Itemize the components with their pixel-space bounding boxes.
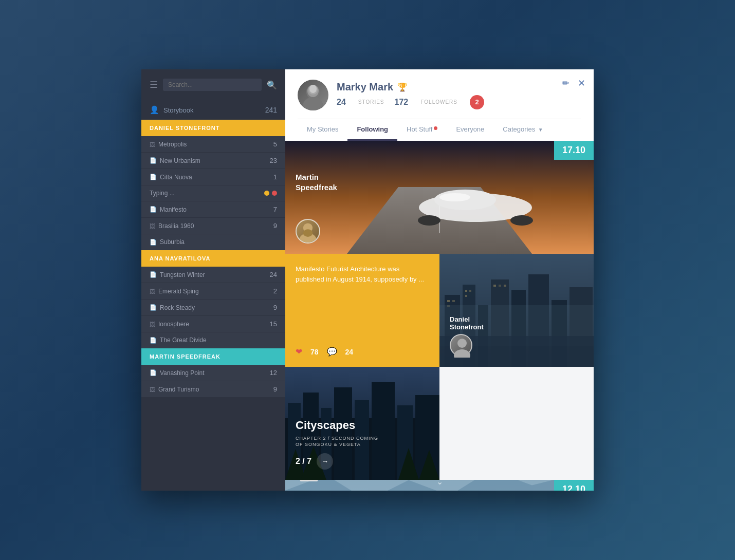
svg-point-37 [454,349,470,358]
photo-icon: 🖼 [150,223,155,229]
doc-icon: 📄 [150,206,157,213]
doc-icon: 📄 [150,174,157,180]
sidebar-header: ☰ 🔍 [141,69,285,100]
comments-count: 24 [345,348,354,356]
photo-icon: 🖼 [150,321,155,327]
photo-icon: 🖼 [150,141,155,147]
dot-yellow [264,191,269,196]
sidebar-item-typing[interactable]: Typing ... [141,185,285,201]
sidebar: ☰ 🔍 👤 Storybook 241 DANIEL STONEFRONT 🖼 … [141,69,285,491]
dot-red [272,191,277,196]
svg-point-4 [309,85,317,93]
card-winter[interactable]: AnnaNavratilova 12.10 ⌄ [285,480,594,491]
tab-categories[interactable]: Categories ▼ [493,119,552,141]
car-date-badge: 17.10 [554,141,594,160]
next-button[interactable]: → [317,453,333,470]
hot-stuff-dot [434,126,437,130]
card-yellow-text: Manifesto Futurist Architecture was publ… [296,264,429,341]
svg-point-11 [510,215,533,226]
sidebar-item-citta-nuova[interactable]: 📄 Citta Nuova 1 [141,169,285,185]
sidebar-item-metropolis[interactable]: 🖼 Metropolis 5 [141,136,285,153]
message-badge[interactable]: 2 [470,95,484,109]
svg-point-1 [303,97,323,110]
storybook-label: Storybook [163,106,265,114]
tab-hot-stuff[interactable]: Hot Stuff [397,119,447,141]
sidebar-item-new-urbanism[interactable]: 📄 New Urbanism 23 [141,153,285,169]
sidebar-item-manifesto[interactable]: 📄 Manifesto 7 [141,201,285,218]
comment-icon: 💬 [327,347,337,357]
cityscapes-fraction: 2 / 7 [296,457,311,466]
tab-following[interactable]: Following [347,119,397,141]
winter-author-avatar [296,480,320,480]
city-author-avatar [450,334,472,357]
search-icon[interactable]: 🔍 [267,80,277,90]
card-cityscapes[interactable]: Cityscapes CHAPTER 2 / SECOND COMINGOF S… [285,367,439,480]
sidebar-item-rock-steady[interactable]: 📄 Rock Steady 9 [141,300,285,316]
doc-icon: 📄 [150,337,157,344]
city-author-name: DanielStonefront [450,315,484,331]
storybook-count: 241 [265,106,277,114]
profile-info: Marky Mark 🏆 24 STORIES 172 FOLLOWERS 2 [337,81,581,109]
card-stats: ❤ 78 💬 24 [296,347,429,357]
card-arrow [432,303,439,318]
doc-icon: 📄 [150,239,157,246]
profile-header: Marky Mark 🏆 24 STORIES 172 FOLLOWERS 2 … [285,69,594,141]
section-header-daniel: DANIEL STONEFRONT [141,120,285,136]
photo-icon: 🖼 [150,386,155,393]
svg-point-10 [418,215,440,226]
sidebar-item-emerald[interactable]: 🖼 Emerald Sping 2 [141,283,285,300]
doc-icon: 📄 [150,304,157,311]
sidebar-item-suburbia[interactable]: 📄 Suburbia [141,234,285,250]
svg-point-36 [457,339,467,348]
photo-icon: 🖼 [150,288,155,294]
tab-my-stories[interactable]: My Stories [298,119,347,141]
winter-date-badge: 12.10 [554,480,594,491]
sidebar-item-great-divide[interactable]: 📄 The Great Divide [141,332,285,348]
chevron-down-icon: ▼ [538,127,543,133]
city-author: DanielStonefront [450,315,484,357]
close-icon[interactable]: ✕ [578,78,585,89]
profile-top: Marky Mark 🏆 24 STORIES 172 FOLLOWERS 2 … [298,80,581,110]
svg-point-12 [439,193,470,201]
doc-icon: 📄 [150,369,157,376]
card-car[interactable]: MartinSpeedfreak 17.10 [285,141,594,254]
card-city[interactable]: DanielStonefront [439,254,594,367]
trophy-icon: 🏆 [397,82,408,92]
search-input[interactable] [163,79,262,91]
sidebar-item-grand-turismo[interactable]: 🖼 Grand Turismo 9 [141,381,285,398]
profile-name: Marky Mark 🏆 [337,81,581,93]
avatar [298,80,328,110]
storybook-row[interactable]: 👤 Storybook 241 [141,100,285,120]
car-author-name: MartinSpeedfreak [296,172,337,192]
cityscapes-content: Cityscapes CHAPTER 2 / SECOND COMINGOF S… [296,419,429,470]
cards-grid: MartinSpeedfreak 17.10 Manifesto Fut [285,141,594,491]
likes-count: 78 [310,348,319,356]
svg-point-15 [303,229,313,237]
section-header-martin: MARTIN SPEEDFREAK [141,348,285,365]
sidebar-item-tungsten[interactable]: 📄 Tungsten Winter 24 [141,267,285,283]
app-container: ☰ 🔍 👤 Storybook 241 DANIEL STONEFRONT 🖼 … [141,69,594,491]
tab-everyone[interactable]: Everyone [447,119,493,141]
profile-stats: 24 STORIES 172 FOLLOWERS 2 [337,95,581,109]
profile-tabs: My Stories Following Hot Stuff Everyone … [298,119,581,141]
doc-icon: 📄 [150,157,157,164]
winter-author: AnnaNavratilova [296,480,337,480]
card-yellow[interactable]: Manifesto Futurist Architecture was publ… [285,254,439,367]
doc-icon: 📄 [150,271,157,278]
cityscapes-progress: 2 / 7 → [296,453,429,470]
heart-icon: ❤ [296,347,302,357]
sidebar-item-brasilia[interactable]: 🖼 Brasilia 1960 9 [141,218,285,234]
sidebar-item-vanashing[interactable]: 📄 Vanashing Point 12 [141,365,285,381]
edit-icon[interactable]: ✏ [562,78,569,89]
hamburger-icon[interactable]: ☰ [150,79,158,90]
cityscapes-chapter: CHAPTER 2 / SECOND COMINGOF SONGOKU & VE… [296,435,429,448]
avatar-image [298,80,328,110]
section-header-ana: ANA NAVRATILOVA [141,250,285,267]
scroll-down-icon[interactable]: ⌄ [436,480,443,487]
header-actions: ✏ ✕ [562,78,585,89]
cityscapes-title: Cityscapes [296,419,429,432]
storybook-icon: 👤 [150,105,159,115]
sidebar-item-ionosphere[interactable]: 🖼 Ionosphere 15 [141,316,285,332]
svg-point-70 [300,480,318,481]
main-panel: Marky Mark 🏆 24 STORIES 172 FOLLOWERS 2 … [285,69,594,491]
